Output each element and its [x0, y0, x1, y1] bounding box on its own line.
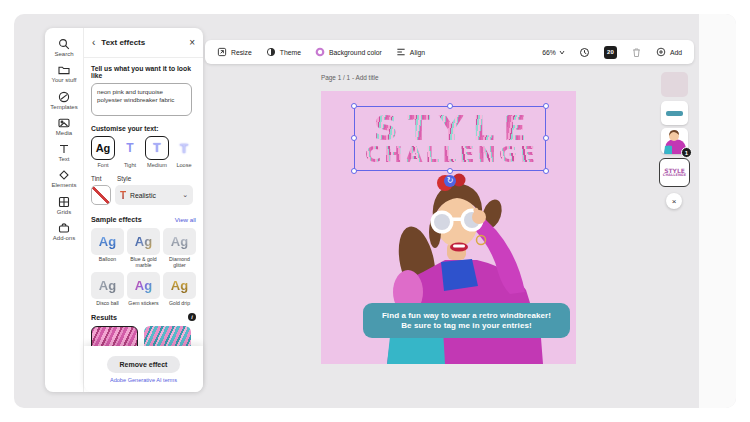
results-title: Results: [91, 313, 188, 322]
option-loose-tile[interactable]: T: [172, 136, 196, 160]
sidebar-item-templates[interactable]: Templates: [45, 91, 83, 110]
align-button[interactable]: Align: [396, 47, 425, 57]
zoom-control[interactable]: 66%: [542, 49, 565, 56]
trash-icon: [631, 47, 642, 58]
sidebar-item-label: Templates: [50, 104, 77, 110]
style-t-glyph: T: [120, 190, 126, 201]
elements-icon: [58, 169, 70, 181]
theme-button[interactable]: Theme: [266, 47, 301, 57]
option-tight-tile[interactable]: T: [118, 136, 142, 160]
sidebar-item-elements[interactable]: Elements: [45, 169, 83, 188]
option-font-tile[interactable]: Ag: [91, 136, 115, 160]
sample-label: Balloon: [99, 257, 116, 263]
sidebar-item-label: Add-ons: [53, 235, 75, 241]
option-font[interactable]: Ag Font: [91, 136, 115, 168]
resize-button[interactable]: Resize: [217, 47, 252, 57]
banner-line-1: Find a fun way to wear a retro windbreak…: [382, 311, 551, 320]
sidebar-item-label: Search: [54, 51, 73, 57]
tint-style-labels: Tint Style: [91, 175, 196, 182]
sidebar-item-label: Elements: [51, 182, 76, 188]
credits-badge[interactable]: 20: [604, 46, 617, 59]
sample-tile[interactable]: Ag: [127, 228, 160, 255]
sample-effects-header: Sample effects View all: [91, 215, 196, 224]
sidebar-item-add-ons[interactable]: Add-ons: [45, 222, 83, 241]
sample-disco-ball[interactable]: Ag Disco ball: [91, 272, 124, 307]
add-plus-icon: [656, 47, 666, 57]
sample-balloon[interactable]: Ag Balloon: [91, 228, 124, 269]
sample-tile[interactable]: Ag: [91, 228, 124, 255]
option-loose[interactable]: T Loose: [172, 136, 196, 168]
sidebar-item-text[interactable]: Text: [45, 143, 83, 162]
headline-text[interactable]: STYLE CHALLENGE: [354, 107, 546, 171]
left-panel-group: Search Your stuff Templates Media Text E…: [45, 28, 203, 392]
t-glyph: T: [180, 141, 188, 156]
align-label: Align: [410, 49, 425, 56]
view-all-link[interactable]: View all: [175, 216, 196, 223]
thumb-headline-line-2: CHALLENGE: [663, 174, 686, 178]
grids-icon: [58, 196, 70, 208]
close-icon[interactable]: ×: [189, 37, 195, 48]
sidebar-item-media[interactable]: Media: [45, 117, 83, 136]
layer-thumb-banner[interactable]: [661, 101, 688, 125]
sample-tile[interactable]: Ag: [91, 272, 124, 299]
sidebar-item-search[interactable]: Search: [45, 38, 83, 57]
chevron-down-icon: [559, 50, 565, 55]
page-label[interactable]: Page 1 / 1 - Add title: [321, 74, 379, 81]
sample-gold-drip[interactable]: Ag Gold drip: [163, 272, 196, 307]
history-button[interactable]: [579, 47, 590, 58]
background-color-button[interactable]: Background color: [315, 47, 382, 57]
design-canvas[interactable]: Find a fun way to wear a retro windbreak…: [321, 91, 576, 364]
layer-thumb-photo[interactable]: 1: [661, 128, 688, 154]
sample-label: Gem stickers: [128, 301, 158, 307]
panel-body: Tell us what you want it to look like ne…: [84, 58, 203, 354]
t-glyph: T: [153, 141, 160, 155]
prompt-label: Tell us what you want it to look like: [91, 65, 196, 79]
sample-tile[interactable]: Ag: [127, 272, 160, 299]
remove-effect-button[interactable]: Remove effect: [107, 356, 181, 373]
style-value: Realistic: [130, 192, 178, 199]
t-glyph: T: [126, 141, 133, 155]
generative-ai-terms-link[interactable]: Adobe Generative AI terms: [110, 377, 177, 383]
back-icon[interactable]: ‹: [92, 37, 95, 48]
layer-thumb-headline-selected[interactable]: STYLE CHALLENGE: [659, 158, 690, 187]
layer-thumb-background[interactable]: [661, 72, 688, 97]
ag-glyph: Ag: [99, 234, 116, 249]
sample-gem-stickers[interactable]: Ag Gem stickers: [127, 272, 160, 307]
headline-line-2: CHALLENGE: [362, 145, 538, 166]
sample-tile[interactable]: Ag: [163, 272, 196, 299]
resize-label: Resize: [231, 49, 252, 56]
sidebar-item-your-stuff[interactable]: Your stuff: [45, 64, 83, 83]
app-sidebar: Search Your stuff Templates Media Text E…: [45, 28, 84, 392]
prompt-input[interactable]: neon pink and turquoise polyester windbr…: [91, 83, 192, 116]
banner-bar-preview: [666, 111, 683, 116]
option-medium-tile[interactable]: T: [145, 136, 169, 160]
rotate-handle[interactable]: ↻: [444, 175, 456, 187]
ag-glyph: Ag: [171, 234, 188, 249]
sidebar-item-label: Text: [58, 156, 69, 162]
panel-footer: Remove effect Adobe Generative AI terms: [84, 346, 203, 392]
panel-header: ‹ Text effects ×: [84, 28, 203, 58]
promo-banner[interactable]: Find a fun way to wear a retro windbreak…: [363, 303, 570, 338]
sample-blue-gold-marble[interactable]: Ag Blue & gold marble: [127, 228, 160, 269]
add-page-button[interactable]: Add: [656, 47, 682, 57]
background-color-label: Background color: [329, 49, 382, 56]
right-edge-strip: [699, 14, 736, 408]
sample-label: Blue & gold marble: [127, 257, 160, 269]
tint-label: Tint: [91, 175, 117, 182]
headline-line-1: STYLE: [364, 112, 535, 144]
collapse-layers-button[interactable]: ×: [666, 193, 682, 209]
info-icon[interactable]: i: [188, 313, 196, 321]
style-dropdown[interactable]: T Realistic ⌄: [115, 185, 193, 205]
delete-button[interactable]: [631, 47, 642, 58]
ag-glyph: Ag: [99, 278, 116, 293]
sidebar-item-grids[interactable]: Grids: [45, 196, 83, 215]
theme-label: Theme: [280, 49, 301, 56]
option-tight[interactable]: T Tight: [118, 136, 142, 168]
sample-tile[interactable]: Ag: [163, 228, 196, 255]
sample-effects-title: Sample effects: [91, 215, 175, 224]
align-icon: [396, 47, 406, 57]
sample-diamond-glitter[interactable]: Ag Diamond glitter: [163, 228, 196, 269]
tint-none-swatch[interactable]: [91, 185, 111, 205]
option-medium[interactable]: T Medium: [145, 136, 169, 168]
search-icon: [58, 38, 70, 50]
